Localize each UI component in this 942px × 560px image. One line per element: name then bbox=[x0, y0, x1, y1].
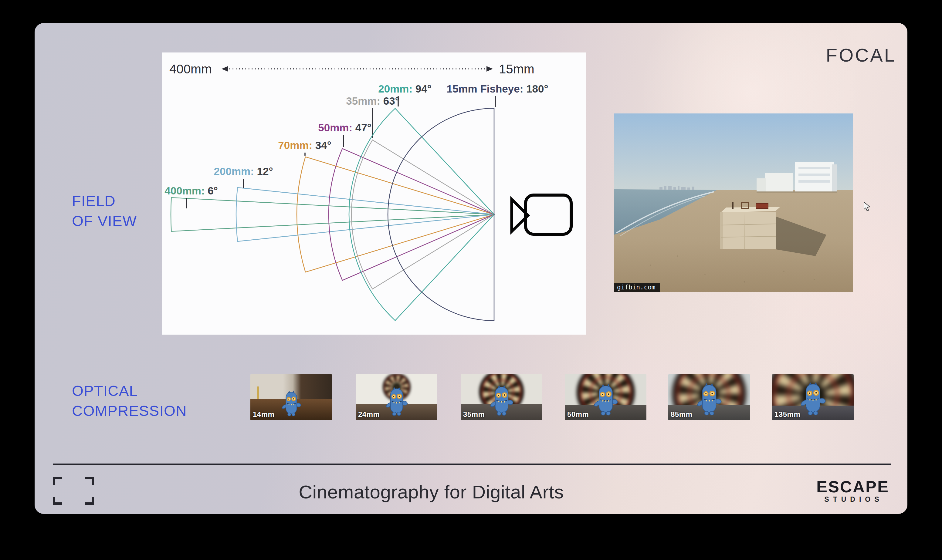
wedge-label-35mm: 35mm: 63° bbox=[346, 95, 399, 107]
fov-wedge-35mm bbox=[351, 140, 494, 289]
fov-wedge-200mm bbox=[236, 188, 494, 242]
field-of-view-heading-line2: OF VIEW bbox=[72, 211, 137, 231]
slide-kicker: FOCAL bbox=[826, 44, 896, 66]
thumbnail-focal-label: 50mm bbox=[567, 410, 589, 418]
fov-diagram: 400mm15mm400mm: 6°200mm: 12°70mm: 34°50m… bbox=[162, 52, 586, 335]
fov-wedge-20mm bbox=[349, 108, 494, 320]
video-camera-icon bbox=[512, 195, 571, 234]
wedge-label-20mm: 20mm: 94° bbox=[378, 83, 431, 95]
thumbnail-focal-label: 24mm bbox=[358, 410, 380, 418]
range-arrow-right-head bbox=[486, 66, 493, 72]
escape-studios-logo: ESCAPE STUDIOS bbox=[816, 478, 889, 503]
thumbnail-focal-label: 135mm bbox=[774, 410, 800, 418]
toy-monster bbox=[489, 385, 514, 419]
wedge-label-50mm: 50mm: 47° bbox=[318, 122, 371, 134]
wedge-label-400mm: 400mm: 6° bbox=[165, 185, 218, 197]
range-left-label: 400mm bbox=[169, 62, 212, 76]
optical-compression-heading-line2: COMPRESSION bbox=[72, 401, 187, 421]
logo-line2: STUDIOS bbox=[818, 495, 889, 503]
thumbnail-85mm: 85mm bbox=[668, 374, 750, 420]
wedge-label-200mm: 200mm: 12° bbox=[214, 165, 273, 177]
optical-compression-heading-line1: OPTICAL bbox=[72, 381, 187, 401]
fov-wedge-400mm bbox=[171, 197, 494, 231]
fov-diagram-panel: 400mm15mm400mm: 6°200mm: 12°70mm: 34°50m… bbox=[162, 52, 586, 335]
thumbnail-35mm: 35mm bbox=[461, 374, 542, 420]
viewfinder-frame-icon bbox=[52, 476, 95, 506]
optical-compression-heading: OPTICAL COMPRESSION bbox=[72, 381, 187, 421]
field-of-view-heading-line1: FIELD bbox=[72, 191, 137, 211]
watermark-text: gifbin.com bbox=[617, 284, 655, 291]
thumbnail-focal-label: 35mm bbox=[463, 410, 485, 418]
logo-line1: ESCAPE bbox=[816, 478, 889, 495]
range-right-label: 15mm bbox=[499, 62, 534, 76]
thumbnail-focal-label: 85mm bbox=[671, 410, 692, 418]
beach-photo: gifbin.com bbox=[614, 114, 853, 292]
toy-monster bbox=[384, 387, 408, 419]
footer-divider bbox=[53, 463, 891, 465]
mouse-cursor-icon bbox=[864, 202, 872, 212]
thumbnail-focal-label: 14mm bbox=[253, 410, 274, 418]
presentation-slide: FOCAL FIELD OF VIEW 400mm15mm400mm: 6°20… bbox=[35, 23, 907, 514]
slide-title: Cinematography for Digital Arts bbox=[299, 481, 564, 503]
warehouse-pole bbox=[257, 386, 259, 399]
toy-monster bbox=[695, 383, 723, 419]
thumbnail-24mm: 24mm bbox=[356, 374, 437, 420]
wedge-label-15mm-fisheye: 15mm Fisheye: 180° bbox=[446, 83, 548, 95]
fov-wedge-50mm bbox=[329, 149, 494, 281]
fov-wedge-15mm-fisheye bbox=[388, 108, 494, 321]
thumbnail-50mm: 50mm bbox=[565, 374, 646, 420]
thumbnail-135mm: 135mm bbox=[772, 374, 854, 420]
field-of-view-heading: FIELD OF VIEW bbox=[72, 191, 137, 231]
range-arrow-left-head bbox=[222, 66, 228, 72]
wedge-label-70mm: 70mm: 34° bbox=[278, 139, 331, 151]
toy-monster bbox=[799, 382, 827, 419]
thumbnail-14mm: 14mm bbox=[250, 374, 332, 420]
toy-monster bbox=[280, 391, 302, 419]
toy-monster bbox=[593, 384, 619, 419]
watermark: gifbin.com bbox=[614, 283, 660, 292]
screen: { "slide": { "kicker": "FOCAL", "section… bbox=[0, 0, 942, 560]
